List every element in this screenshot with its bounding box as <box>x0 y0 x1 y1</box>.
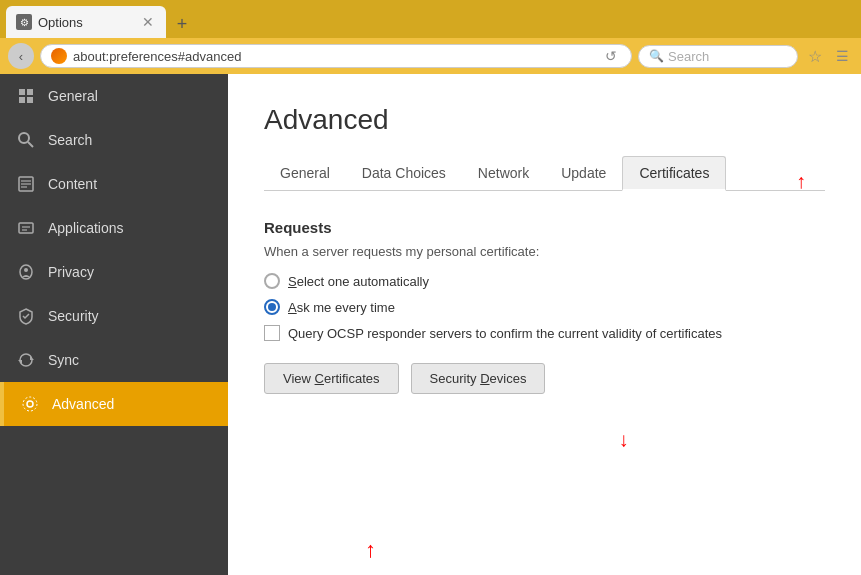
svg-marker-16 <box>18 360 22 364</box>
radio-select-auto-circle <box>264 273 280 289</box>
reload-button[interactable]: ↺ <box>601 48 621 64</box>
firefox-icon <box>51 48 67 64</box>
search-bar[interactable]: 🔍 Search <box>638 45 798 68</box>
requests-title: Requests <box>264 219 825 236</box>
general-icon <box>16 86 36 106</box>
arrow-certificates-tab: ↑ <box>796 170 806 193</box>
content-area: Advanced General Data Choices Network Up… <box>228 74 861 575</box>
requests-description: When a server requests my personal certi… <box>264 244 825 259</box>
search-nav-icon <box>16 130 36 150</box>
tab-title: Options <box>38 15 134 30</box>
tab-network[interactable]: Network <box>462 156 545 191</box>
search-icon: 🔍 <box>649 49 664 63</box>
checkbox-ocsp-box <box>264 325 280 341</box>
sidebar-item-search-label: Search <box>48 132 92 148</box>
radio-select-auto[interactable]: Select one automatically <box>264 273 825 289</box>
advanced-icon <box>20 394 40 414</box>
certificate-buttons: View Certificates Security Devices <box>264 363 825 394</box>
svg-point-18 <box>23 397 37 411</box>
svg-point-17 <box>27 401 33 407</box>
privacy-icon <box>16 262 36 282</box>
bottom-arrow-view-certs: ↑ <box>365 537 376 563</box>
main-layout: General Search Content <box>0 74 861 575</box>
radio-ask-every-circle <box>264 299 280 315</box>
security-icon <box>16 306 36 326</box>
sidebar-item-security-label: Security <box>48 308 99 324</box>
svg-rect-3 <box>27 97 33 103</box>
svg-point-14 <box>24 268 28 272</box>
radio-select-auto-label: Select one automatically <box>288 274 429 289</box>
radio-ask-every-label: Ask me every time <box>288 300 395 315</box>
svg-point-4 <box>19 133 29 143</box>
tab-general[interactable]: General <box>264 156 346 191</box>
sidebar-item-content-label: Content <box>48 176 97 192</box>
svg-rect-1 <box>27 89 33 95</box>
arrow-view-certs: ↑ <box>619 431 629 454</box>
checkbox-ocsp[interactable]: Query OCSP responder servers to confirm … <box>264 325 825 341</box>
sidebar-item-advanced[interactable]: Advanced <box>0 382 228 426</box>
address-bar: ‹ about:preferences#advanced ↺ 🔍 Search … <box>0 38 861 74</box>
svg-rect-0 <box>19 89 25 95</box>
address-bar-input[interactable]: about:preferences#advanced ↺ <box>40 44 632 68</box>
sidebar-item-general[interactable]: General <box>0 74 228 118</box>
tab-close-button[interactable]: ✕ <box>140 14 156 30</box>
menu-button[interactable]: ☰ <box>832 48 853 64</box>
security-devices-button[interactable]: Security Devices <box>411 363 546 394</box>
sidebar-item-search[interactable]: Search <box>0 118 228 162</box>
search-placeholder: Search <box>668 49 709 64</box>
bookmark-button[interactable]: ☆ <box>804 47 826 66</box>
radio-ask-every-dot <box>268 303 276 311</box>
applications-icon <box>16 218 36 238</box>
tab-certificates[interactable]: Certificates <box>622 156 726 191</box>
svg-rect-10 <box>19 223 33 233</box>
sidebar-item-sync[interactable]: ➜ Sync <box>0 338 228 382</box>
tab-data-choices[interactable]: Data Choices <box>346 156 462 191</box>
sidebar: General Search Content <box>0 74 228 575</box>
options-tab-icon: ⚙ <box>16 14 32 30</box>
svg-rect-2 <box>19 97 25 103</box>
view-certificates-button[interactable]: View Certificates <box>264 363 399 394</box>
tab-bar: ⚙ Options ✕ + <box>0 0 861 38</box>
sidebar-item-privacy-label: Privacy <box>48 264 94 280</box>
sidebar-item-applications-label: Applications <box>48 220 124 236</box>
sidebar-item-sync-label: Sync <box>48 352 79 368</box>
svg-marker-15 <box>30 356 34 360</box>
radio-ask-every[interactable]: Ask me every time <box>264 299 825 315</box>
advanced-tabs: General Data Choices Network Update Cert… <box>264 156 825 191</box>
sidebar-item-advanced-label: Advanced <box>52 396 114 412</box>
tab-update[interactable]: Update <box>545 156 622 191</box>
back-button[interactable]: ‹ <box>8 43 34 69</box>
sidebar-item-content[interactable]: Content <box>0 162 228 206</box>
browser-tab-options[interactable]: ⚙ Options ✕ <box>6 6 166 38</box>
sidebar-item-security[interactable]: Security <box>0 294 228 338</box>
svg-line-5 <box>28 142 33 147</box>
address-text: about:preferences#advanced <box>73 49 595 64</box>
browser-chrome: ⚙ Options ✕ + ‹ about:preferences#advanc… <box>0 0 861 74</box>
sync-icon <box>16 350 36 370</box>
content-icon <box>16 174 36 194</box>
sidebar-item-general-label: General <box>48 88 98 104</box>
requests-section: Requests When a server requests my perso… <box>264 219 825 394</box>
page-title: Advanced <box>264 104 825 136</box>
sidebar-item-applications[interactable]: Applications <box>0 206 228 250</box>
checkbox-ocsp-label: Query OCSP responder servers to confirm … <box>288 326 722 341</box>
sidebar-item-privacy[interactable]: Privacy <box>0 250 228 294</box>
new-tab-button[interactable]: + <box>168 10 196 38</box>
